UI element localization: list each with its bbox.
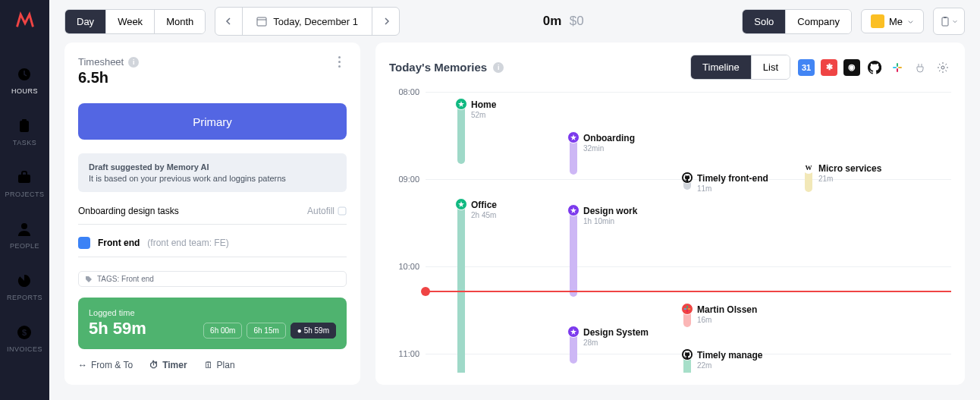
dollar-icon: $ bbox=[16, 324, 33, 341]
nav-invoices[interactable]: $INVOICES bbox=[5, 313, 44, 364]
primary-button[interactable]: Primary bbox=[78, 103, 347, 140]
svg-rect-17 bbox=[688, 308, 691, 310]
event-name: Micro services bbox=[818, 163, 881, 174]
logged-time-card: Logged time 5h 59m 6h 00m6h 15m● 5h 59m bbox=[78, 298, 347, 349]
timeline-event[interactable]: Design System28m bbox=[570, 327, 649, 364]
view-month-button[interactable]: Month bbox=[155, 10, 205, 33]
nav-projects[interactable]: PROJECTS bbox=[5, 158, 44, 209]
svg-rect-13 bbox=[897, 63, 898, 67]
time-suggestion-pill[interactable]: ● 5h 59m bbox=[291, 323, 336, 339]
timeline[interactable]: 08:0009:0010:0011:00 Home52mOffice2h 45m… bbox=[389, 86, 951, 373]
nav-reports[interactable]: REPORTS bbox=[5, 261, 44, 313]
timeline-event[interactable]: Office2h 45m bbox=[457, 200, 497, 373]
nav-tasks[interactable]: TASKS bbox=[5, 106, 44, 158]
event-duration: 2h 45m bbox=[471, 211, 497, 219]
calendar-icon bbox=[256, 16, 267, 27]
time-label: 09:00 bbox=[398, 175, 419, 184]
autofill-button[interactable]: Autofill bbox=[307, 206, 347, 216]
tab-timer[interactable]: ⏱ Timer bbox=[149, 360, 187, 370]
gcal-icon[interactable]: 31 bbox=[798, 59, 815, 76]
next-day-button[interactable] bbox=[372, 8, 399, 35]
timeline-event[interactable]: Onboarding32min bbox=[570, 133, 635, 175]
app-logo[interactable] bbox=[13, 8, 37, 32]
svg-rect-12 bbox=[898, 67, 902, 68]
pie-icon bbox=[16, 272, 33, 289]
event-duration: 21m bbox=[818, 175, 881, 183]
gear-icon[interactable] bbox=[934, 59, 951, 76]
tag-chip[interactable]: TAGS: Front end bbox=[78, 271, 347, 287]
timeline-event[interactable]: Design work1h 10min bbox=[570, 206, 637, 297]
svg-rect-19 bbox=[686, 310, 688, 313]
event-name: Timely manage bbox=[697, 350, 762, 361]
nav-hours[interactable]: HOURS bbox=[5, 55, 44, 106]
event-name: Home bbox=[471, 99, 496, 110]
info-icon[interactable]: i bbox=[128, 57, 139, 68]
event-duration: 32min bbox=[583, 144, 635, 153]
event-duration: 1h 10min bbox=[583, 217, 637, 225]
view-segmented: Day Week Month bbox=[64, 9, 206, 34]
tag-icon bbox=[85, 276, 93, 283]
svg-rect-16 bbox=[684, 308, 687, 310]
briefcase-icon bbox=[16, 169, 33, 186]
memories-title: Today's Memoriesi bbox=[389, 61, 504, 74]
svg-rect-3 bbox=[18, 175, 30, 183]
user-selector[interactable]: Me bbox=[861, 9, 924, 33]
current-date-label[interactable]: Today, December 1 bbox=[243, 8, 372, 35]
slack-icon[interactable] bbox=[889, 59, 906, 76]
timeline-event[interactable]: WMicro services21m bbox=[805, 163, 881, 192]
memories-timeline-button[interactable]: Timeline bbox=[691, 55, 752, 79]
event-name: Martin Olssen bbox=[697, 304, 757, 315]
summary: 0m $0 bbox=[543, 14, 584, 29]
event-source-icon bbox=[681, 348, 693, 361]
prev-day-button[interactable] bbox=[215, 8, 243, 35]
event-source-icon bbox=[455, 198, 467, 210]
tab-from-to[interactable]: ↔ From & To bbox=[78, 360, 133, 370]
clock-icon bbox=[16, 66, 33, 83]
svg-rect-7 bbox=[257, 17, 266, 26]
clipboard-button[interactable] bbox=[933, 8, 965, 35]
view-week-button[interactable]: Week bbox=[106, 10, 155, 33]
scope-solo-button[interactable]: Solo bbox=[743, 10, 786, 33]
timeline-event[interactable]: Martin Olssen16m bbox=[683, 304, 757, 327]
ai-draft-note: Draft suggested by Memory AI It is based… bbox=[78, 153, 347, 192]
timesheet-menu-button[interactable] bbox=[331, 56, 347, 68]
timeline-event[interactable]: Home52m bbox=[457, 99, 496, 164]
summary-minutes: 0m bbox=[543, 14, 562, 28]
chevron-down-icon bbox=[952, 18, 958, 24]
event-source-icon bbox=[681, 303, 693, 315]
time-suggestion-pill[interactable]: 6h 15m bbox=[247, 323, 285, 339]
github-icon[interactable] bbox=[866, 59, 883, 76]
timeline-event[interactable]: Timely front-end11m bbox=[683, 173, 768, 193]
svg-rect-8 bbox=[942, 17, 948, 26]
person-icon bbox=[16, 221, 33, 238]
integration-icon[interactable]: ✱ bbox=[821, 59, 837, 76]
integration-icon[interactable]: ◉ bbox=[843, 59, 860, 76]
time-label: 08:00 bbox=[398, 87, 419, 96]
event-source-icon: W bbox=[803, 162, 815, 174]
timesheet-total: 6.5h bbox=[78, 69, 139, 87]
event-source-icon bbox=[567, 131, 580, 143]
event-name: Onboarding bbox=[583, 133, 635, 143]
svg-rect-14 bbox=[897, 68, 898, 72]
memories-panel: Today's Memoriesi Timeline List 31 ✱ ◉ bbox=[375, 43, 965, 385]
time-suggestion-pill[interactable]: 6h 00m bbox=[203, 323, 242, 339]
event-source-icon bbox=[455, 98, 467, 110]
svg-text:$: $ bbox=[22, 328, 27, 337]
logged-time-value: 5h 59m bbox=[89, 319, 146, 339]
info-icon[interactable]: i bbox=[493, 62, 504, 73]
event-name: Design System bbox=[583, 327, 649, 338]
tab-plan[interactable]: 🗓 Plan bbox=[204, 360, 235, 370]
event-duration: 16m bbox=[697, 316, 757, 324]
scope-segmented: Solo Company bbox=[742, 9, 852, 34]
project-row[interactable]: Front end (front end team: FE) bbox=[78, 237, 347, 249]
svg-rect-11 bbox=[893, 67, 897, 68]
plug-icon[interactable] bbox=[912, 59, 928, 76]
date-nav: Today, December 1 bbox=[215, 7, 400, 36]
scope-company-button[interactable]: Company bbox=[786, 10, 851, 33]
task-name: Onboarding design tasks bbox=[78, 206, 179, 216]
project-color-icon bbox=[78, 237, 90, 249]
nav-people[interactable]: PEOPLE bbox=[5, 209, 44, 261]
view-day-button[interactable]: Day bbox=[65, 10, 106, 33]
timeline-event[interactable]: Timely manage22m bbox=[683, 350, 762, 373]
memories-list-button[interactable]: List bbox=[752, 55, 790, 79]
